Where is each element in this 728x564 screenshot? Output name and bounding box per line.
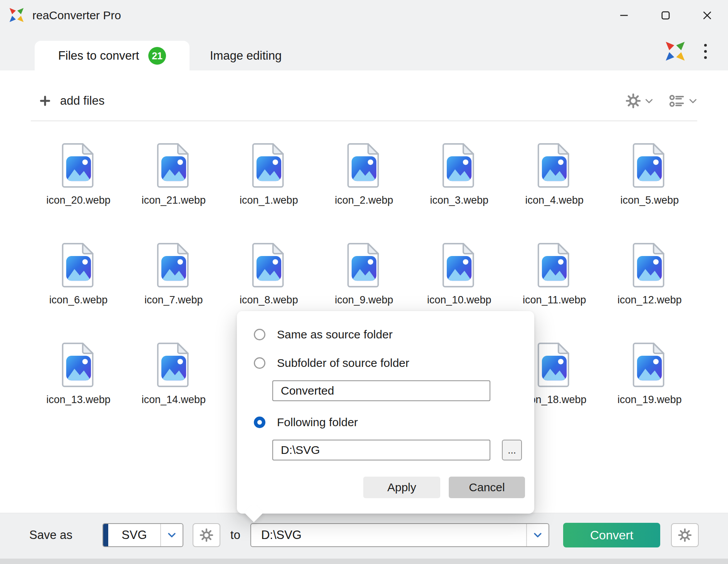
- file-item[interactable]: icon_14.webp: [126, 341, 221, 406]
- chevron-down-icon: [645, 98, 653, 104]
- apply-button[interactable]: Apply: [363, 477, 440, 498]
- file-item[interactable]: icon_2.webp: [316, 142, 411, 206]
- file-thumbnail-icon: [345, 242, 383, 288]
- option-subfolder-label: Subfolder of source folder: [277, 356, 409, 370]
- window-title: reaConverter Pro: [32, 0, 121, 31]
- subfolder-name-input[interactable]: [272, 380, 490, 401]
- file-thumbnail-icon: [631, 341, 668, 388]
- close-button[interactable]: [686, 0, 728, 31]
- file-name: icon_8.webp: [240, 294, 298, 306]
- file-thumbnail-icon: [155, 142, 193, 188]
- file-name: icon_5.webp: [621, 194, 679, 206]
- file-thumbnail-icon: [250, 142, 288, 188]
- option-same-as-source-label: Same as source folder: [277, 328, 393, 341]
- file-item[interactable]: icon_6.webp: [31, 242, 126, 306]
- format-select[interactable]: SVG: [102, 523, 183, 547]
- file-item[interactable]: icon_3.webp: [412, 142, 507, 206]
- file-thumbnail-icon: [250, 242, 288, 288]
- view-list-icon: [669, 93, 685, 109]
- destination-dropdown-button[interactable]: [526, 524, 549, 546]
- browse-button[interactable]: ...: [502, 440, 522, 460]
- popup-buttons: Apply Cancel: [254, 477, 525, 498]
- file-item[interactable]: icon_5.webp: [602, 142, 697, 206]
- chevron-down-icon: [689, 98, 697, 104]
- file-item[interactable]: icon_13.webp: [31, 341, 126, 406]
- format-settings-button[interactable]: [193, 523, 220, 547]
- file-name: icon_19.webp: [617, 394, 682, 406]
- maximize-icon: [661, 10, 671, 20]
- option-following-folder[interactable]: Following folder: [254, 416, 525, 429]
- option-same-as-source[interactable]: Same as source folder: [254, 328, 525, 341]
- file-name: icon_14.webp: [141, 394, 206, 406]
- option-subfolder[interactable]: Subfolder of source folder: [254, 356, 525, 370]
- file-item[interactable]: icon_7.webp: [126, 242, 221, 306]
- file-name: icon_6.webp: [49, 294, 108, 306]
- settings-dropdown-button[interactable]: [626, 93, 653, 109]
- format-dropdown-button[interactable]: [160, 524, 183, 546]
- file-thumbnail-icon: [155, 341, 193, 388]
- file-item[interactable]: icon_9.webp: [316, 242, 411, 306]
- radio-same-as-source[interactable]: [254, 329, 265, 340]
- file-name: icon_9.webp: [335, 294, 393, 306]
- toolbar-right-icons: [626, 93, 697, 109]
- brand-logo-icon: [663, 39, 687, 63]
- file-name: icon_21.webp: [141, 194, 206, 206]
- file-item[interactable]: icon_19.webp: [602, 341, 697, 406]
- file-item[interactable]: icon_10.webp: [412, 242, 507, 306]
- file-thumbnail-icon: [345, 142, 383, 188]
- file-name: icon_11.webp: [523, 294, 586, 306]
- chevron-down-icon: [167, 532, 176, 538]
- maximize-button[interactable]: [645, 0, 686, 31]
- chevron-down-icon: [533, 532, 542, 538]
- tab-editing-label: Image editing: [210, 49, 282, 63]
- convert-settings-button[interactable]: [671, 523, 699, 547]
- menu-kebab-button[interactable]: [696, 40, 714, 62]
- file-thumbnail-icon: [535, 341, 573, 388]
- to-label: to: [230, 528, 240, 542]
- folder-path-row: ...: [272, 440, 525, 460]
- destination-folder-popup: Same as source folder Subfolder of sourc…: [237, 311, 534, 514]
- file-name: icon_7.webp: [144, 294, 203, 306]
- file-thumbnail-icon: [631, 242, 668, 288]
- view-options-button[interactable]: [669, 93, 697, 109]
- file-name: icon_12.webp: [617, 294, 682, 306]
- file-item[interactable]: icon_21.webp: [126, 142, 221, 206]
- file-thumbnail-icon: [631, 142, 668, 188]
- file-item[interactable]: icon_8.webp: [221, 242, 316, 306]
- destination-value: D:\SVG: [251, 524, 526, 546]
- add-files-label: add files: [60, 94, 104, 108]
- file-thumbnail-icon: [60, 142, 97, 188]
- add-files-button[interactable]: add files: [39, 90, 104, 112]
- format-value: SVG: [108, 524, 160, 546]
- file-item[interactable]: icon_20.webp: [31, 142, 126, 206]
- cancel-button[interactable]: Cancel: [449, 477, 525, 498]
- files-count-badge: 21: [148, 47, 166, 65]
- format-accent-bar: [103, 524, 108, 546]
- file-item[interactable]: icon_12.webp: [602, 242, 697, 306]
- option-following-folder-label: Following folder: [277, 416, 358, 429]
- file-name: icon_20.webp: [46, 194, 111, 206]
- radio-subfolder[interactable]: [254, 357, 265, 369]
- folder-path-input[interactable]: [272, 440, 490, 460]
- tab-files-label: Files to convert: [58, 49, 139, 63]
- destination-combobox[interactable]: D:\SVG: [250, 523, 549, 547]
- app-logo-icon: [8, 6, 25, 24]
- bottom-bar: Save as SVG to D:\SVG Convert: [0, 513, 728, 564]
- file-name: icon_3.webp: [430, 194, 488, 206]
- file-item[interactable]: icon_4.webp: [507, 142, 602, 206]
- tab-files-to-convert[interactable]: Files to convert 21: [35, 41, 190, 71]
- file-thumbnail-icon: [535, 242, 573, 288]
- file-item[interactable]: icon_1.webp: [221, 142, 316, 206]
- tab-image-editing[interactable]: Image editing: [210, 41, 282, 71]
- file-thumbnail-icon: [60, 242, 97, 288]
- file-item[interactable]: icon_11.webp: [507, 242, 602, 306]
- save-as-label: Save as: [29, 528, 72, 542]
- radio-following-folder[interactable]: [254, 417, 265, 428]
- minimize-button[interactable]: [603, 0, 645, 31]
- gear-icon: [678, 528, 692, 542]
- file-name: icon_13.webp: [46, 394, 111, 406]
- file-name: icon_1.webp: [240, 194, 298, 206]
- file-thumbnail-icon: [440, 242, 478, 288]
- convert-button[interactable]: Convert: [563, 523, 660, 547]
- file-thumbnail-icon: [440, 142, 478, 188]
